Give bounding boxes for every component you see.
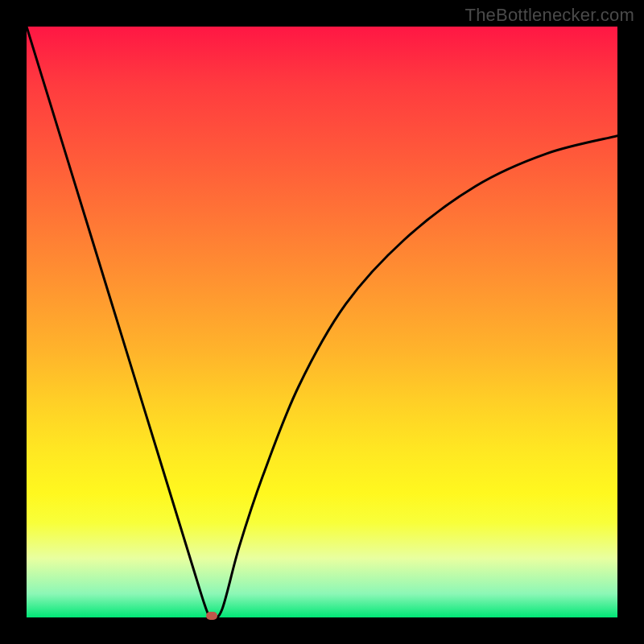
bottleneck-curve-path [27, 27, 617, 617]
chart-frame: TheBottlenecker.com [0, 0, 644, 644]
plot-area [27, 27, 617, 617]
optimum-marker [206, 612, 217, 620]
curve-svg [27, 27, 617, 617]
attribution-text: TheBottlenecker.com [465, 5, 634, 26]
